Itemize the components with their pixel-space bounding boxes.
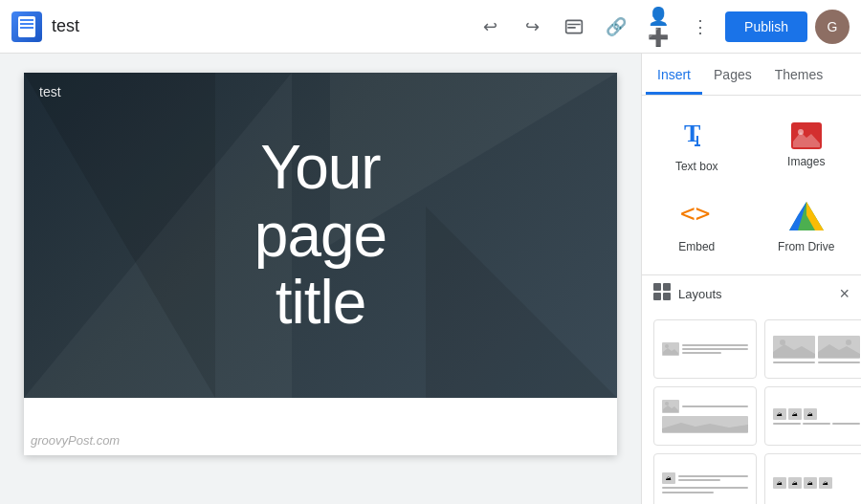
panel-tabs: Insert Pages Themes	[642, 54, 861, 96]
insert-images[interactable]: Images	[752, 103, 862, 186]
tab-themes[interactable]: Themes	[763, 54, 835, 95]
layout-card-6[interactable]: ⛰ ⛰ ⛰ ⛰	[764, 453, 861, 504]
page-title: Your page title	[254, 134, 386, 336]
layout-col-a	[773, 336, 815, 363]
layouts-grid: ⛰ ⛰ ⛰ ⛰	[642, 312, 861, 504]
svg-point-17	[665, 344, 669, 348]
layout-lines-1	[682, 342, 748, 356]
redo-button[interactable]: ↪	[515, 10, 549, 44]
preview-button[interactable]	[557, 10, 591, 44]
insert-text-box[interactable]: T Text box	[642, 103, 752, 186]
page-label: test	[39, 84, 61, 99]
svg-rect-11	[653, 283, 661, 291]
tab-pages[interactable]: Pages	[702, 54, 763, 95]
tab-insert[interactable]: Insert	[646, 54, 702, 95]
layout-card-5[interactable]: ⛰	[653, 453, 757, 504]
undo-button[interactable]: ↩	[473, 10, 507, 44]
insert-grid: T Text box Images	[642, 96, 861, 274]
geo-decoration-4	[426, 207, 617, 398]
avatar[interactable]: G	[815, 10, 850, 44]
add-person-button[interactable]: 👤➕	[641, 10, 675, 44]
textbox-label: Text box	[675, 160, 718, 173]
layout-preview-6: ⛰ ⛰ ⛰ ⛰	[773, 477, 860, 489]
main-area: test Your page title groovyPost.com Inse…	[0, 54, 861, 504]
images-label: Images	[787, 155, 825, 168]
more-options-button[interactable]: ⋮	[683, 10, 718, 44]
from-drive-label: From Drive	[778, 240, 834, 253]
header-actions: ↩ ↪ 🔗 👤➕ ⋮ Publish G	[473, 10, 850, 44]
layout-preview-2	[773, 336, 860, 363]
geo-decoration-2	[24, 73, 215, 398]
svg-point-6	[798, 129, 804, 135]
svg-point-20	[780, 340, 785, 345]
embed-icon: <>	[680, 201, 713, 234]
right-panel: Insert Pages Themes T Text box	[641, 54, 861, 504]
app-icon	[11, 11, 42, 42]
insert-from-drive[interactable]: From Drive	[752, 186, 862, 267]
svg-point-23	[846, 340, 851, 345]
layout-preview-1	[662, 342, 748, 356]
page-wrapper: test Your page title	[24, 73, 617, 455]
images-icon	[791, 122, 822, 149]
app-header: test ↩ ↪ 🔗 👤➕ ⋮ Publish G	[0, 0, 861, 54]
link-button[interactable]: 🔗	[599, 10, 633, 44]
watermark: groovyPost.com	[31, 433, 120, 448]
layout-img-1	[662, 342, 679, 356]
layout-preview-4: ⛰ ⛰ ⛰	[773, 408, 860, 425]
textbox-icon: T	[680, 117, 713, 154]
app-icon-inner	[18, 16, 35, 37]
svg-rect-14	[663, 293, 671, 300]
layout-preview-5: ⛰	[662, 472, 748, 493]
svg-text:<>: <>	[680, 201, 710, 228]
layout-card-3[interactable]	[653, 386, 757, 446]
insert-embed[interactable]: <> Embed	[642, 186, 752, 267]
layouts-label: Layouts	[678, 287, 839, 301]
svg-rect-13	[653, 293, 661, 300]
avatar-initials: G	[828, 19, 838, 34]
layout-card-2[interactable]	[764, 319, 861, 379]
document-title: test	[52, 16, 473, 36]
embed-label: Embed	[678, 240, 715, 253]
publish-button[interactable]: Publish	[725, 11, 807, 42]
layouts-close-button[interactable]: ×	[839, 284, 850, 304]
drive-icon	[789, 200, 824, 234]
svg-rect-12	[663, 283, 671, 291]
layout-preview-3	[662, 400, 748, 433]
layout-card-1[interactable]	[653, 319, 757, 379]
svg-point-26	[665, 402, 669, 405]
page-hero[interactable]: test Your page title	[24, 73, 617, 398]
layouts-header: Layouts ×	[642, 274, 861, 312]
layout-card-4[interactable]: ⛰ ⛰ ⛰	[764, 386, 861, 446]
layout-col-b	[818, 336, 860, 363]
canvas-area: test Your page title groovyPost.com	[0, 54, 641, 504]
layouts-grid-icon	[653, 283, 671, 304]
